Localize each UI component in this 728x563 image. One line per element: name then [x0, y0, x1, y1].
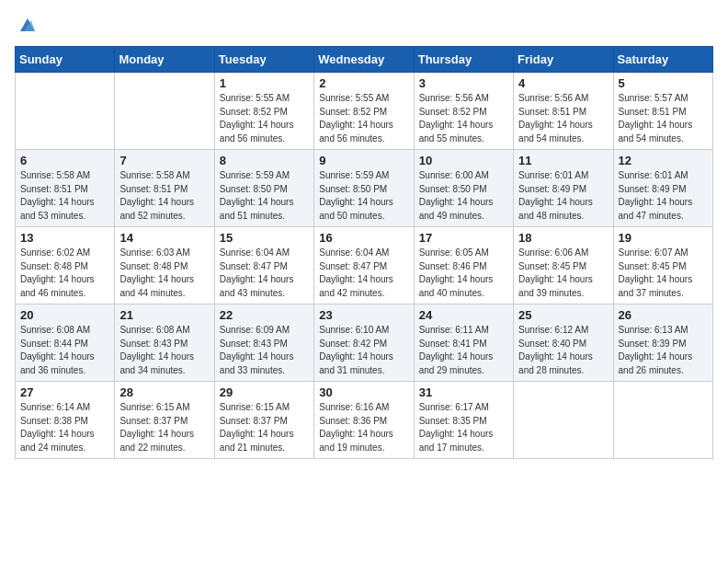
day-info: Sunrise: 6:13 AM Sunset: 8:39 PM Dayligh… — [619, 324, 708, 377]
daylight-text: Daylight: 14 hours and 56 minutes. — [319, 120, 393, 144]
calendar-week-row: 27 Sunrise: 6:14 AM Sunset: 8:38 PM Dayl… — [16, 382, 713, 459]
sunset-text: Sunset: 8:49 PM — [518, 184, 586, 194]
sunrise-text: Sunrise: 6:04 AM — [319, 247, 389, 258]
day-number: 18 — [518, 231, 608, 245]
sunrise-text: Sunrise: 6:11 AM — [419, 325, 489, 335]
sunrise-text: Sunrise: 6:13 AM — [619, 325, 688, 335]
calendar-cell: 4 Sunrise: 5:56 AM Sunset: 8:51 PM Dayli… — [514, 73, 613, 150]
day-info: Sunrise: 6:01 AM Sunset: 8:49 PM Dayligh… — [518, 169, 608, 223]
sunrise-text: Sunrise: 6:15 AM — [220, 402, 290, 412]
daylight-text: Daylight: 14 hours and 28 minutes. — [518, 351, 593, 375]
sunset-text: Sunset: 8:52 PM — [319, 107, 387, 117]
calendar-day-header: Wednesday — [314, 47, 414, 73]
day-number: 1 — [220, 76, 309, 90]
day-info: Sunrise: 6:05 AM Sunset: 8:46 PM Dayligh… — [419, 247, 508, 300]
day-info: Sunrise: 6:08 AM Sunset: 8:43 PM Dayligh… — [119, 324, 209, 377]
page-header — [15, 15, 713, 35]
day-number: 5 — [619, 76, 708, 90]
sunrise-text: Sunrise: 6:14 AM — [20, 402, 90, 412]
day-info: Sunrise: 6:14 AM Sunset: 8:38 PM Dayligh… — [20, 401, 109, 454]
sunrise-text: Sunrise: 6:01 AM — [619, 170, 688, 180]
day-number: 25 — [518, 308, 608, 322]
daylight-text: Daylight: 14 hours and 49 minutes. — [419, 197, 494, 221]
sunrise-text: Sunrise: 6:12 AM — [518, 325, 588, 335]
day-number: 8 — [220, 154, 309, 167]
calendar-cell: 31 Sunrise: 6:17 AM Sunset: 8:35 PM Dayl… — [414, 382, 513, 459]
sunrise-text: Sunrise: 5:57 AM — [619, 93, 688, 103]
day-number: 3 — [419, 76, 508, 90]
daylight-text: Daylight: 14 hours and 48 minutes. — [518, 197, 593, 221]
daylight-text: Daylight: 14 hours and 17 minutes. — [419, 429, 494, 453]
calendar-cell: 19 Sunrise: 6:07 AM Sunset: 8:45 PM Dayl… — [613, 227, 712, 304]
day-info: Sunrise: 5:55 AM Sunset: 8:52 PM Dayligh… — [220, 92, 309, 145]
sunrise-text: Sunrise: 5:56 AM — [419, 93, 489, 103]
day-number: 29 — [220, 385, 309, 399]
day-number: 15 — [220, 231, 309, 245]
sunset-text: Sunset: 8:47 PM — [319, 261, 387, 271]
sunset-text: Sunset: 8:50 PM — [419, 184, 487, 194]
calendar-day-header: Thursday — [414, 47, 513, 73]
sunrise-text: Sunrise: 5:56 AM — [518, 93, 588, 103]
day-info: Sunrise: 5:59 AM Sunset: 8:50 PM Dayligh… — [220, 169, 309, 223]
calendar-cell: 7 Sunrise: 5:58 AM Sunset: 8:51 PM Dayli… — [115, 150, 214, 227]
day-number: 16 — [319, 231, 408, 245]
day-info: Sunrise: 6:06 AM Sunset: 8:45 PM Dayligh… — [518, 247, 608, 300]
daylight-text: Daylight: 14 hours and 37 minutes. — [619, 274, 693, 298]
calendar-cell: 21 Sunrise: 6:08 AM Sunset: 8:43 PM Dayl… — [115, 304, 214, 382]
daylight-text: Daylight: 14 hours and 36 minutes. — [20, 351, 95, 375]
calendar-cell: 30 Sunrise: 6:16 AM Sunset: 8:36 PM Dayl… — [314, 382, 414, 459]
sunrise-text: Sunrise: 6:04 AM — [220, 247, 290, 258]
daylight-text: Daylight: 14 hours and 52 minutes. — [119, 197, 194, 221]
daylight-text: Daylight: 14 hours and 24 minutes. — [20, 429, 95, 453]
sunset-text: Sunset: 8:52 PM — [419, 107, 487, 117]
calendar-day-header: Friday — [514, 47, 613, 73]
calendar-cell: 17 Sunrise: 6:05 AM Sunset: 8:46 PM Dayl… — [414, 227, 513, 304]
day-number: 12 — [619, 154, 708, 167]
daylight-text: Daylight: 14 hours and 21 minutes. — [220, 429, 294, 453]
calendar-cell: 25 Sunrise: 6:12 AM Sunset: 8:40 PM Dayl… — [514, 304, 613, 382]
daylight-text: Daylight: 14 hours and 34 minutes. — [119, 351, 194, 375]
calendar-cell — [613, 382, 712, 459]
day-info: Sunrise: 5:56 AM Sunset: 8:52 PM Dayligh… — [419, 92, 508, 145]
sunset-text: Sunset: 8:43 PM — [220, 339, 288, 349]
day-info: Sunrise: 5:59 AM Sunset: 8:50 PM Dayligh… — [319, 169, 408, 223]
day-info: Sunrise: 6:12 AM Sunset: 8:40 PM Dayligh… — [518, 324, 608, 377]
calendar-day-header: Tuesday — [214, 47, 313, 73]
calendar-cell — [16, 73, 115, 150]
day-number: 23 — [319, 308, 408, 322]
day-number: 17 — [419, 231, 508, 245]
calendar-cell: 9 Sunrise: 5:59 AM Sunset: 8:50 PM Dayli… — [314, 150, 414, 227]
day-info: Sunrise: 5:55 AM Sunset: 8:52 PM Dayligh… — [319, 92, 408, 145]
day-info: Sunrise: 6:17 AM Sunset: 8:35 PM Dayligh… — [419, 401, 508, 454]
daylight-text: Daylight: 14 hours and 53 minutes. — [20, 197, 95, 221]
calendar-week-row: 20 Sunrise: 6:08 AM Sunset: 8:44 PM Dayl… — [16, 304, 713, 382]
day-number: 27 — [20, 385, 109, 399]
daylight-text: Daylight: 14 hours and 54 minutes. — [619, 120, 693, 144]
calendar-cell: 10 Sunrise: 6:00 AM Sunset: 8:50 PM Dayl… — [414, 150, 513, 227]
calendar-day-header: Monday — [115, 47, 214, 73]
day-info: Sunrise: 6:00 AM Sunset: 8:50 PM Dayligh… — [419, 169, 508, 223]
sunset-text: Sunset: 8:51 PM — [119, 184, 188, 194]
daylight-text: Daylight: 14 hours and 44 minutes. — [119, 274, 194, 298]
daylight-text: Daylight: 14 hours and 31 minutes. — [319, 351, 393, 375]
sunset-text: Sunset: 8:39 PM — [619, 339, 687, 349]
calendar-cell: 18 Sunrise: 6:06 AM Sunset: 8:45 PM Dayl… — [514, 227, 613, 304]
day-number: 28 — [119, 385, 209, 399]
calendar-cell: 15 Sunrise: 6:04 AM Sunset: 8:47 PM Dayl… — [214, 227, 313, 304]
calendar-cell: 23 Sunrise: 6:10 AM Sunset: 8:42 PM Dayl… — [314, 304, 414, 382]
logo — [15, 15, 37, 35]
daylight-text: Daylight: 14 hours and 19 minutes. — [319, 429, 393, 453]
sunset-text: Sunset: 8:51 PM — [619, 107, 687, 117]
day-number: 21 — [119, 308, 209, 322]
day-info: Sunrise: 6:04 AM Sunset: 8:47 PM Dayligh… — [319, 247, 408, 300]
calendar-week-row: 13 Sunrise: 6:02 AM Sunset: 8:48 PM Dayl… — [16, 227, 713, 304]
calendar-cell — [514, 382, 613, 459]
daylight-text: Daylight: 14 hours and 29 minutes. — [419, 351, 494, 375]
calendar-cell: 8 Sunrise: 5:59 AM Sunset: 8:50 PM Dayli… — [214, 150, 313, 227]
day-number: 19 — [619, 231, 708, 245]
calendar-week-row: 6 Sunrise: 5:58 AM Sunset: 8:51 PM Dayli… — [16, 150, 713, 227]
sunrise-text: Sunrise: 6:02 AM — [20, 247, 90, 258]
sunrise-text: Sunrise: 5:55 AM — [319, 93, 389, 103]
daylight-text: Daylight: 14 hours and 51 minutes. — [220, 197, 294, 221]
calendar-cell: 22 Sunrise: 6:09 AM Sunset: 8:43 PM Dayl… — [214, 304, 313, 382]
